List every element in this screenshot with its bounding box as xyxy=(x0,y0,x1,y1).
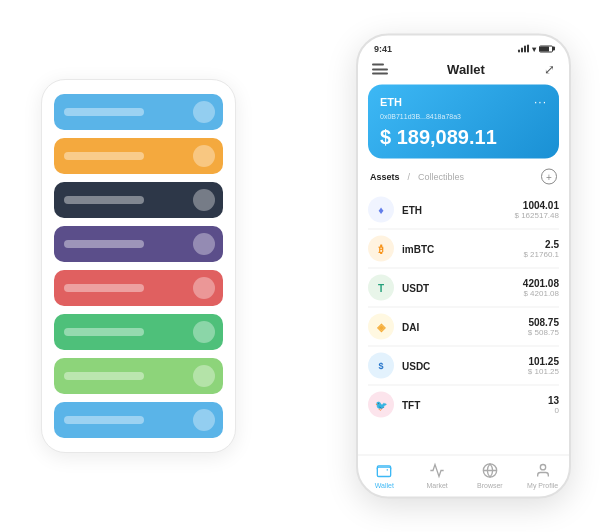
status-bar: 9:41 ▾ xyxy=(358,36,569,58)
token-item-imbtc[interactable]: ₿ imBTC 2.5 $ 21760.1 xyxy=(368,230,559,269)
add-token-button[interactable]: + xyxy=(541,169,557,185)
stack-card-5 xyxy=(54,270,223,306)
tft-logo: 🐦 xyxy=(368,392,394,418)
imbtc-amount: 2.5 xyxy=(523,239,559,250)
eth-card[interactable]: ETH ··· 0x0B711d3B...8418a78a3 $ 189,089… xyxy=(368,85,559,159)
nav-item-market[interactable]: Market xyxy=(411,462,464,489)
token-values-eth: 1004.01 $ 162517.48 xyxy=(515,200,560,220)
battery-icon xyxy=(539,45,553,52)
market-nav-label: Market xyxy=(426,482,447,489)
usdt-logo: T xyxy=(368,275,394,301)
assets-tab-collectibles[interactable]: Collectibles xyxy=(418,172,464,182)
status-icons: ▾ xyxy=(518,44,553,53)
assets-divider: / xyxy=(408,172,411,182)
bottom-nav: Wallet Market Browser xyxy=(358,455,569,497)
stack-card-2 xyxy=(54,138,223,174)
wallet-nav-icon xyxy=(375,462,393,480)
usdc-logo: $ xyxy=(368,353,394,379)
token-item-eth[interactable]: ♦ ETH 1004.01 $ 162517.48 xyxy=(368,191,559,230)
stack-card-4 xyxy=(54,226,223,262)
signal-icon xyxy=(518,45,529,53)
menu-icon[interactable] xyxy=(372,64,388,75)
imbtc-logo: ₿ xyxy=(368,236,394,262)
nav-item-profile[interactable]: My Profile xyxy=(516,462,569,489)
token-values-tft: 13 0 xyxy=(548,395,559,415)
stack-card-7 xyxy=(54,358,223,394)
dai-amount: 508.75 xyxy=(528,317,559,328)
expand-icon[interactable]: ⤢ xyxy=(544,62,555,77)
card-stack xyxy=(41,79,236,453)
token-values-imbtc: 2.5 $ 21760.1 xyxy=(523,239,559,259)
token-name-tft: TFT xyxy=(402,399,548,410)
token-name-imbtc: imBTC xyxy=(402,243,523,254)
usdt-usd: $ 4201.08 xyxy=(523,289,559,298)
profile-nav-icon xyxy=(534,462,552,480)
eth-balance-value: $ 189,089.11 xyxy=(380,126,497,148)
tft-amount: 13 xyxy=(548,395,559,406)
browser-nav-label: Browser xyxy=(477,482,503,489)
wifi-icon: ▾ xyxy=(532,44,536,53)
status-time: 9:41 xyxy=(374,44,392,54)
token-item-usdc[interactable]: $ USDC 101.25 $ 101.25 xyxy=(368,347,559,386)
eth-label: ETH xyxy=(380,96,402,108)
assets-header: Assets / Collectibles + xyxy=(358,167,569,191)
token-name-eth: ETH xyxy=(402,204,515,215)
browser-nav-icon xyxy=(481,462,499,480)
market-nav-icon xyxy=(428,462,446,480)
tft-usd: 0 xyxy=(548,406,559,415)
profile-nav-label: My Profile xyxy=(527,482,558,489)
svg-rect-0 xyxy=(378,467,391,476)
token-name-usdt: USDT xyxy=(402,282,523,293)
token-item-dai[interactable]: ◈ DAI 508.75 $ 508.75 xyxy=(368,308,559,347)
app-header: Wallet ⤢ xyxy=(358,58,569,85)
token-name-usdc: USDC xyxy=(402,360,528,371)
assets-tabs: Assets / Collectibles xyxy=(370,172,464,182)
eth-address: 0x0B711d3B...8418a78a3 xyxy=(380,113,547,120)
wallet-nav-label: Wallet xyxy=(375,482,394,489)
stack-card-1 xyxy=(54,94,223,130)
token-item-tft[interactable]: 🐦 TFT 13 0 xyxy=(368,386,559,424)
eth-card-header: ETH ··· xyxy=(380,95,547,109)
imbtc-usd: $ 21760.1 xyxy=(523,250,559,259)
usdc-amount: 101.25 xyxy=(528,356,559,367)
eth-balance: $ 189,089.11 xyxy=(380,126,547,149)
token-values-usdc: 101.25 $ 101.25 xyxy=(528,356,559,376)
token-name-dai: DAI xyxy=(402,321,528,332)
scene: 9:41 ▾ Wallet ⤢ xyxy=(11,11,591,521)
stack-card-3 xyxy=(54,182,223,218)
nav-item-wallet[interactable]: Wallet xyxy=(358,462,411,489)
phone-mockup: 9:41 ▾ Wallet ⤢ xyxy=(356,34,571,499)
usdc-usd: $ 101.25 xyxy=(528,367,559,376)
stack-card-8 xyxy=(54,402,223,438)
assets-tab-active[interactable]: Assets xyxy=(370,172,400,182)
token-item-usdt[interactable]: T USDT 4201.08 $ 4201.08 xyxy=(368,269,559,308)
header-title: Wallet xyxy=(447,62,485,77)
dai-usd: $ 508.75 xyxy=(528,328,559,337)
token-values-usdt: 4201.08 $ 4201.08 xyxy=(523,278,559,298)
eth-amount: 1004.01 xyxy=(515,200,560,211)
eth-logo: ♦ xyxy=(368,197,394,223)
eth-usd: $ 162517.48 xyxy=(515,211,560,220)
token-values-dai: 508.75 $ 508.75 xyxy=(528,317,559,337)
dai-logo: ◈ xyxy=(368,314,394,340)
token-list: ♦ ETH 1004.01 $ 162517.48 ₿ imBTC 2.5 $ … xyxy=(358,191,569,455)
stack-card-6 xyxy=(54,314,223,350)
nav-item-browser[interactable]: Browser xyxy=(464,462,517,489)
usdt-amount: 4201.08 xyxy=(523,278,559,289)
eth-menu-icon[interactable]: ··· xyxy=(534,95,547,109)
svg-point-3 xyxy=(540,465,545,470)
